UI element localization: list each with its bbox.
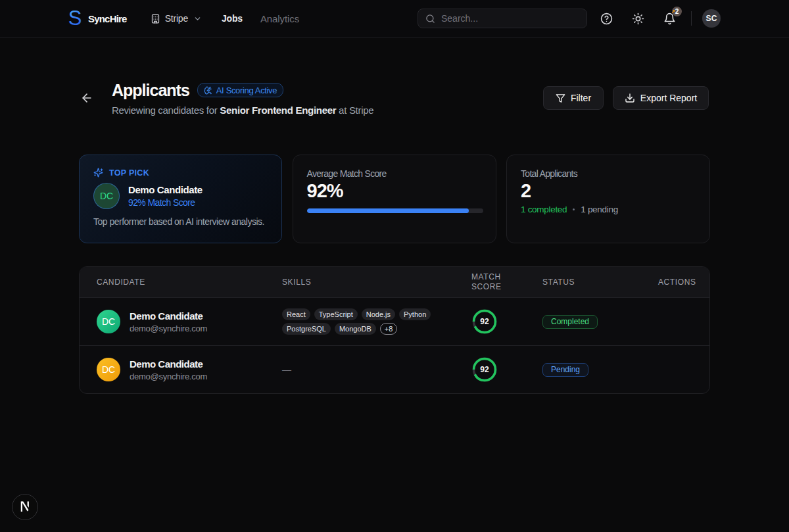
svg-text:S: S <box>68 11 82 27</box>
